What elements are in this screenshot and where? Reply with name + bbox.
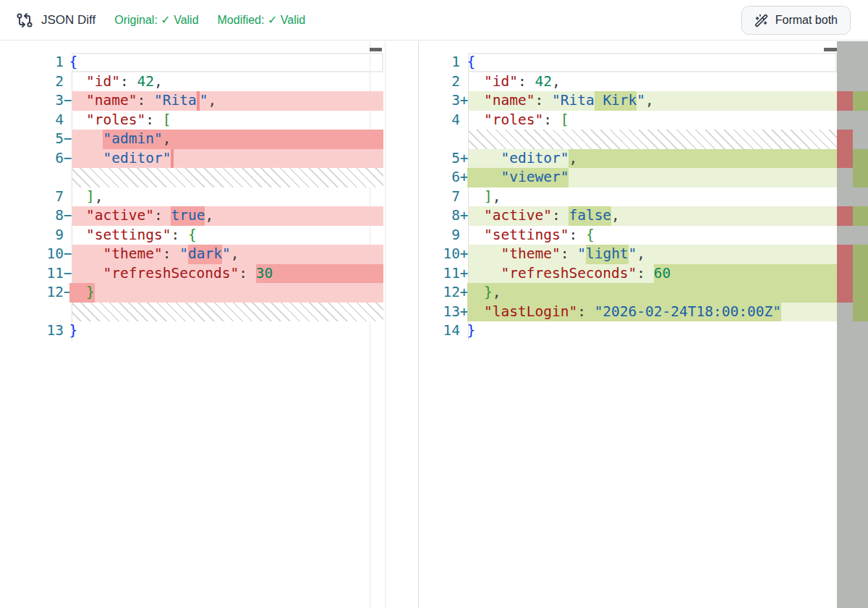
code-token: [467, 187, 484, 207]
code-token: true: [171, 206, 205, 226]
code-token: "Rita: [552, 91, 595, 111]
line-number: 2: [20, 72, 64, 92]
line-filler: [501, 187, 837, 207]
code-token: [: [163, 111, 171, 130]
line-filler: [569, 168, 837, 187]
page-title: JSON Diff: [41, 13, 95, 28]
code-token: {: [586, 226, 595, 245]
code-token: Kirk: [595, 91, 637, 111]
format-both-label: Format both: [775, 14, 838, 27]
code-line[interactable]: "settings": {: [69, 226, 384, 245]
code-line[interactable]: "active": true,: [69, 206, 384, 226]
code-token: [577, 226, 586, 245]
ruler-deletion-mark: [837, 245, 853, 303]
code-token: [467, 226, 484, 245]
diff-padding-hatch: [72, 168, 383, 187]
code-token: {: [467, 53, 476, 72]
code-line[interactable]: ],: [467, 187, 838, 207]
code-line[interactable]: "theme": "light",: [467, 245, 838, 264]
code-line[interactable]: ],: [69, 187, 384, 207]
code-line[interactable]: {: [69, 53, 384, 72]
line-number: 10: [20, 245, 64, 264]
format-both-button[interactable]: Format both: [741, 6, 851, 35]
code-line[interactable]: "id": 42,: [69, 72, 384, 92]
line-filler: [671, 264, 837, 284]
code-token: ,: [569, 149, 577, 169]
code-token: }: [86, 283, 95, 303]
code-token: [69, 245, 103, 264]
code-line[interactable]: }: [69, 321, 384, 341]
code-token: ": [637, 91, 645, 111]
code-token: [129, 72, 137, 92]
code-line[interactable]: {: [467, 53, 838, 72]
line-filler: [577, 149, 837, 169]
code-token: ]: [484, 187, 493, 207]
code-token: [69, 283, 86, 303]
code-line[interactable]: "roles": [: [467, 111, 838, 130]
code-token: [467, 245, 501, 264]
code-line[interactable]: "refreshSeconds": 60: [467, 264, 838, 284]
line-number: 8: [417, 206, 460, 226]
line-filler: [645, 245, 837, 264]
code-token: "id": [86, 72, 120, 92]
ruler-insertion-mark: [853, 206, 868, 226]
code-token: ": [222, 245, 231, 264]
code-line[interactable]: "name": "Rita",: [69, 91, 384, 111]
line-number: 12: [417, 283, 460, 303]
code-line[interactable]: "name": "Rita Kirk",: [467, 91, 838, 111]
header-toolbar: JSON Diff Original: ✓ Valid Modified: ✓ …: [0, 0, 868, 41]
code-token: 42: [137, 72, 153, 92]
code-token: light: [586, 245, 629, 264]
line-filler: [475, 53, 837, 72]
code-token: dark: [188, 245, 222, 264]
code-token: [467, 149, 501, 169]
line-filler: [501, 283, 837, 303]
code-token: [69, 91, 86, 111]
code-line[interactable]: "id": 42,: [467, 72, 838, 92]
code-token: :: [552, 206, 561, 226]
code-token: "refreshSeconds": [103, 264, 239, 284]
line-filler: [163, 72, 383, 92]
code-line[interactable]: "admin",: [69, 130, 384, 149]
code-line[interactable]: "editor",: [467, 149, 838, 169]
code-line[interactable]: "roles": [: [69, 111, 384, 130]
code-token: ": [629, 245, 637, 264]
code-token: [467, 206, 484, 226]
code-token: [69, 111, 86, 130]
code-line[interactable]: "viewer": [467, 168, 838, 187]
diff-editor: 1{2 "id": 42,3− "name": "Rita",4 "roles"…: [0, 41, 868, 608]
code-line[interactable]: "active": false,: [467, 206, 838, 226]
line-filler: [239, 245, 383, 264]
wand-sparkles-icon: [754, 14, 768, 28]
code-token: "2026-02-24T18:00:00Z": [595, 303, 781, 322]
code-token: :: [145, 111, 154, 130]
line-number: 4: [20, 111, 64, 130]
line-filler: [273, 264, 383, 284]
code-token: :: [163, 245, 171, 264]
diff-overview-ruler[interactable]: [837, 41, 868, 608]
modified-valid-status: Modified: ✓ Valid: [218, 13, 306, 27]
line-filler: [595, 226, 837, 245]
line-filler: [569, 111, 837, 130]
code-line[interactable]: }: [69, 283, 384, 303]
code-line[interactable]: "lastLogin": "2026-02-24T18:00:00Z": [467, 303, 838, 322]
line-filler: [620, 206, 837, 226]
line-number: 4: [417, 111, 460, 130]
code-token: "active": [86, 206, 154, 226]
code-token: [645, 264, 654, 284]
code-token: ": [179, 245, 188, 264]
code-token: }: [69, 321, 78, 341]
line-number: 5: [20, 130, 64, 149]
code-token: ": [577, 245, 586, 264]
code-token: :: [137, 91, 145, 111]
code-line[interactable]: "theme": "dark",: [69, 245, 384, 264]
code-line[interactable]: "editor": [69, 149, 384, 169]
code-line[interactable]: },: [467, 283, 838, 303]
code-line[interactable]: }: [467, 321, 838, 341]
code-token: :: [171, 226, 179, 245]
code-line[interactable]: "settings": {: [467, 226, 838, 245]
code-token: "refreshSeconds": [501, 264, 637, 284]
code-line[interactable]: "refreshSeconds": 30: [69, 264, 384, 284]
code-token: "theme": [103, 245, 162, 264]
code-token: ]: [86, 187, 95, 207]
